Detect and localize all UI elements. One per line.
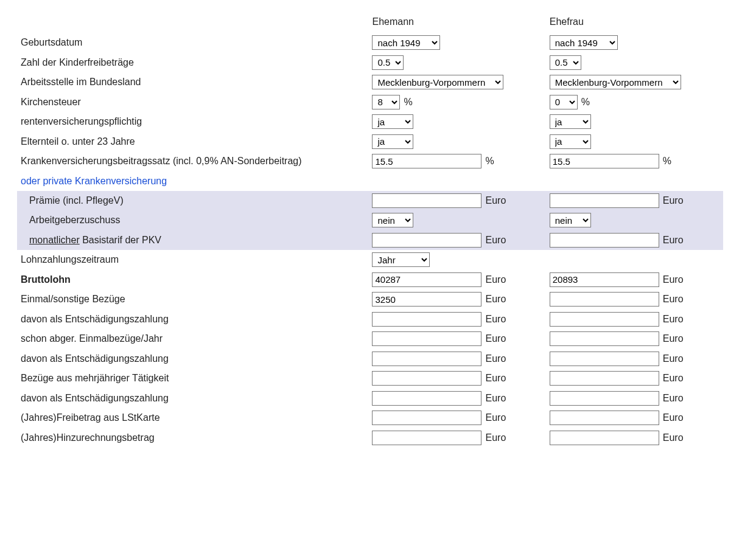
private-kv-link[interactable]: oder private Krankenversicherung bbox=[21, 176, 167, 186]
unit-euro: Euro bbox=[485, 371, 506, 386]
wife-monthlybase-input[interactable] bbox=[550, 233, 659, 248]
col-header-husband: Ehemann bbox=[368, 12, 545, 33]
unit-euro: Euro bbox=[663, 292, 684, 307]
husband-allowance-input[interactable] bbox=[372, 411, 481, 425]
husband-workstate-select[interactable]: Mecklenburg-Vorpommern bbox=[372, 75, 503, 89]
label-pension-mandatory: rentenversicherungspflichtig bbox=[17, 112, 368, 132]
husband-birthdate-select[interactable]: nach 1949 bbox=[372, 35, 440, 50]
wife-subsidy-select[interactable]: nein bbox=[550, 213, 591, 227]
unit-euro: Euro bbox=[485, 193, 506, 208]
wife-kvrate-input[interactable] bbox=[550, 154, 659, 168]
husband-comp2-input[interactable] bbox=[372, 352, 481, 366]
label-one-time: Einmal/sonstige Bezüge bbox=[17, 289, 368, 310]
unit-euro: Euro bbox=[663, 411, 684, 425]
wife-comp3-input[interactable] bbox=[550, 391, 659, 406]
label-employer-subsidy: Arbeitgeberzuschuss bbox=[17, 210, 368, 230]
label-allowance-card: (Jahres)Freibetrag aus LStKarte bbox=[17, 408, 368, 428]
wife-birthdate-select[interactable]: nach 1949 bbox=[550, 35, 618, 50]
col-header-wife: Ehefrau bbox=[546, 12, 723, 33]
husband-subsidy-select[interactable]: nein bbox=[372, 213, 413, 227]
wife-pension-select[interactable]: ja bbox=[550, 114, 591, 129]
wife-gross-input[interactable] bbox=[550, 272, 659, 287]
unit-euro: Euro bbox=[663, 312, 684, 327]
husband-gross-input[interactable] bbox=[372, 272, 481, 287]
wife-parent-select[interactable]: ja bbox=[550, 134, 591, 149]
label-multi-year: Bezüge aus mehrjähriger Tätigkeit bbox=[17, 369, 368, 389]
unit-euro: Euro bbox=[485, 391, 506, 406]
unit-percent: % bbox=[485, 154, 494, 168]
husband-payperiod-select[interactable]: Jahr bbox=[372, 252, 430, 267]
unit-percent: % bbox=[663, 154, 671, 168]
label-thereof-comp1: davon als Entschädigungszahlung bbox=[17, 310, 368, 330]
husband-comp1-input[interactable] bbox=[372, 312, 481, 327]
label-birthdate: Geburtsdatum bbox=[17, 33, 368, 53]
label-thereof-comp3: davon als Entschädigungszahlung bbox=[17, 389, 368, 409]
label-monthly-base: monatlicher Basistarif der PKV bbox=[17, 230, 368, 251]
unit-euro: Euro bbox=[485, 272, 506, 287]
label-add-amount: (Jahres)Hinzurechnungsbetrag bbox=[17, 428, 368, 448]
husband-churchtax-select[interactable]: 8 bbox=[372, 95, 400, 109]
husband-monthlybase-input[interactable] bbox=[372, 233, 481, 248]
wife-addamount-input[interactable] bbox=[550, 431, 659, 445]
wife-already-input[interactable] bbox=[550, 331, 659, 346]
label-church-tax: Kirchensteuer bbox=[17, 92, 368, 113]
label-child-allowances: Zahl der Kinderfreibeträge bbox=[17, 53, 368, 73]
label-kv-rate: Krankenversicherungsbeitragssatz (incl. … bbox=[17, 151, 368, 172]
wife-onetime-input[interactable] bbox=[550, 292, 659, 307]
unit-euro: Euro bbox=[485, 411, 506, 425]
spacer bbox=[17, 12, 368, 33]
husband-addamount-input[interactable] bbox=[372, 431, 481, 445]
label-already-taxed: schon abger. Einmalbezüge/Jahr bbox=[17, 329, 368, 349]
label-premium: Prämie (incl. PflegeV) bbox=[17, 191, 368, 211]
husband-premium-input[interactable] bbox=[372, 193, 481, 208]
wife-allowance-input[interactable] bbox=[550, 411, 659, 425]
unit-euro: Euro bbox=[485, 352, 506, 366]
husband-kvrate-input[interactable] bbox=[372, 154, 481, 168]
unit-euro: Euro bbox=[663, 272, 684, 287]
unit-euro: Euro bbox=[485, 233, 506, 248]
wife-childallow-select[interactable]: 0.5 bbox=[550, 55, 581, 70]
unit-euro: Euro bbox=[663, 193, 684, 208]
husband-comp3-input[interactable] bbox=[372, 391, 481, 406]
wife-premium-input[interactable] bbox=[550, 193, 659, 208]
label-gross: Bruttolohn bbox=[17, 270, 368, 290]
wife-multi-input[interactable] bbox=[550, 371, 659, 386]
wife-churchtax-select[interactable]: 0 bbox=[550, 95, 578, 109]
unit-euro: Euro bbox=[663, 371, 684, 386]
label-pay-period: Lohnzahlungszeitraum bbox=[17, 250, 368, 270]
wife-comp2-input[interactable] bbox=[550, 352, 659, 366]
unit-euro: Euro bbox=[663, 352, 684, 366]
unit-euro: Euro bbox=[663, 233, 684, 248]
tax-form-table: Ehemann Ehefrau Geburtsdatum nach 1949 n… bbox=[17, 12, 723, 448]
husband-already-input[interactable] bbox=[372, 331, 481, 346]
label-parent-under23: Elternteil o. unter 23 Jahre bbox=[17, 132, 368, 152]
husband-onetime-input[interactable] bbox=[372, 292, 481, 307]
husband-parent-select[interactable]: ja bbox=[372, 134, 413, 149]
unit-euro: Euro bbox=[485, 292, 506, 307]
label-work-state: Arbeitsstelle im Bundesland bbox=[17, 72, 368, 92]
label-thereof-comp2: davon als Entschädigungszahlung bbox=[17, 349, 368, 369]
unit-euro: Euro bbox=[485, 331, 506, 346]
husband-childallow-select[interactable]: 0.5 bbox=[372, 55, 404, 70]
unit-euro: Euro bbox=[663, 431, 684, 445]
husband-multi-input[interactable] bbox=[372, 371, 481, 386]
wife-comp1-input[interactable] bbox=[550, 312, 659, 327]
unit-percent: % bbox=[581, 95, 590, 109]
unit-percent: % bbox=[404, 95, 412, 109]
unit-euro: Euro bbox=[485, 431, 506, 445]
unit-euro: Euro bbox=[663, 331, 684, 346]
unit-euro: Euro bbox=[663, 391, 684, 406]
husband-pension-select[interactable]: ja bbox=[372, 114, 413, 129]
wife-workstate-select[interactable]: Mecklenburg-Vorpommern bbox=[550, 75, 681, 89]
unit-euro: Euro bbox=[485, 312, 506, 327]
